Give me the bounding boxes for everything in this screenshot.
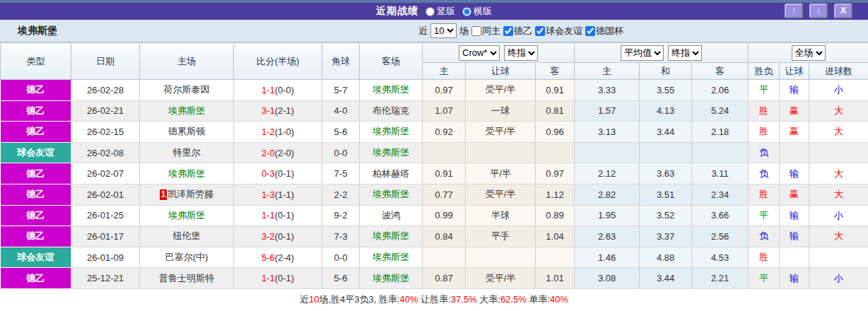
crow-home-odds-cell: 0.87 bbox=[423, 268, 466, 289]
goals-result-cell: 大 bbox=[809, 226, 868, 247]
crow-odds-select[interactable]: Crow* bbox=[459, 45, 500, 61]
filter-same-home-checkbox-input[interactable] bbox=[471, 26, 481, 36]
col-header-date: 日期 bbox=[71, 43, 140, 80]
avg-home-odds-cell: 1.95 bbox=[575, 205, 640, 226]
match-type-badge: 球会友谊 bbox=[1, 142, 71, 163]
filter-league-checkbox[interactable]: 德乙 bbox=[503, 25, 532, 37]
half-time-score: (0-1) bbox=[275, 273, 294, 283]
filter-league-checkbox-input[interactable] bbox=[503, 26, 513, 36]
match-type-badge: 德乙 bbox=[1, 268, 71, 289]
summary-value: 10 bbox=[309, 294, 319, 305]
crow-home-odds-cell: 0.91 bbox=[423, 163, 466, 184]
crow-away-odds-cell bbox=[536, 142, 575, 163]
goals-result-cell: 大 bbox=[809, 184, 868, 205]
crow-away-odds-cell: 1.12 bbox=[536, 184, 575, 205]
half-time-score: (2-0) bbox=[275, 148, 294, 158]
sub-header-crow-handicap: 让球 bbox=[466, 63, 536, 80]
score-cell: 1-2(1-0) bbox=[234, 122, 322, 143]
crow-home-odds-cell bbox=[423, 247, 466, 268]
filter-friendly-label: 球会友谊 bbox=[546, 25, 582, 37]
title-bar: 近期战绩 竖版 横版 ↑ ↓ X bbox=[0, 3, 868, 20]
layout-vertical-label: 竖版 bbox=[437, 5, 455, 18]
away-team-name: 埃弗斯堡 bbox=[373, 273, 409, 283]
half-time-score: (1-1) bbox=[275, 189, 294, 200]
avg-home-odds-cell: 3.33 bbox=[575, 80, 640, 101]
move-down-button[interactable]: ↓ bbox=[809, 4, 828, 18]
home-team-name: 埃弗斯堡 bbox=[168, 168, 205, 179]
goals-result-cell: 小 bbox=[809, 268, 868, 289]
avg-draw-odds-cell bbox=[640, 142, 692, 163]
filter-friendly-checkbox[interactable]: 球会友谊 bbox=[535, 25, 582, 37]
layout-vertical-radio-input[interactable] bbox=[426, 7, 435, 16]
away-team-name: 埃弗斯堡 bbox=[373, 84, 409, 95]
avg-away-odds-cell: 5.24 bbox=[692, 100, 749, 122]
crow-home-odds-cell: 0.77 bbox=[423, 184, 466, 205]
match-count-select[interactable]: 10 bbox=[430, 23, 457, 38]
crow-away-odds-cell: 0.96 bbox=[536, 122, 575, 143]
away-team-name: 柏林赫塔 bbox=[373, 168, 409, 179]
crow-away-odds-cell: 0.97 bbox=[536, 163, 575, 184]
goals-result-cell: 小 bbox=[809, 80, 868, 101]
final-odds-select-2[interactable]: 终指 bbox=[668, 45, 702, 61]
layout-vertical-radio[interactable]: 竖版 bbox=[426, 5, 455, 18]
filter-cup-checkbox[interactable]: 德国杯 bbox=[585, 25, 623, 37]
half-time-score: (0-1) bbox=[275, 231, 294, 242]
avg-draw-odds-cell: 3.63 bbox=[640, 163, 692, 184]
corner-cell: 7-5 bbox=[322, 163, 360, 184]
date-cell: 26-02-15 bbox=[71, 122, 140, 143]
results-tbody: 德乙26-02-28荷尔斯泰因1-1(0-0)5-7埃弗斯堡0.97受平/半0.… bbox=[1, 80, 868, 289]
goals-result-cell: 小 bbox=[809, 205, 868, 226]
layout-horizontal-radio-input[interactable] bbox=[462, 7, 471, 16]
score-cell: 1-1(0-1) bbox=[234, 205, 322, 226]
handicap-result-cell: 输 bbox=[780, 205, 809, 226]
home-team-name: 德累斯顿 bbox=[168, 126, 205, 136]
table-row: 德乙26-02-011凯泽斯劳滕1-3(1-1)2-2埃弗斯堡0.77受平/半1… bbox=[1, 184, 868, 205]
summary-value: 40% bbox=[400, 294, 418, 305]
sub-header-handicap-result: 让球 bbox=[780, 63, 809, 80]
filter-same-home-checkbox[interactable]: 同主 bbox=[471, 25, 500, 37]
full-time-score: 0-3 bbox=[262, 168, 275, 179]
score-cell: 1-1(0-0) bbox=[234, 80, 322, 101]
away-team-cell: 埃弗斯堡 bbox=[360, 122, 423, 143]
summary-bar: 近10场,胜4平3负3, 胜率:40% 让胜率:37.5% 大率:62.5% 单… bbox=[0, 289, 868, 311]
goals-result-cell: 大 bbox=[809, 122, 868, 143]
crow-home-odds-cell bbox=[423, 142, 466, 163]
avg-draw-odds-cell: 3.51 bbox=[640, 184, 692, 205]
away-team-cell: 埃弗斯堡 bbox=[360, 80, 423, 101]
handicap-result-cell: 输 bbox=[780, 226, 809, 247]
match-type-badge: 德乙 bbox=[1, 80, 71, 101]
crow-home-odds-cell: 0.92 bbox=[423, 122, 466, 143]
table-row: 德乙26-02-21埃弗斯堡3-1(2-1)4-0布伦瑞克1.07一球0.811… bbox=[1, 100, 868, 122]
result-cell: 胜 bbox=[749, 247, 780, 268]
full-time-score: 2-0 bbox=[262, 148, 275, 158]
filter-cup-checkbox-input[interactable] bbox=[585, 26, 595, 36]
date-cell: 26-01-09 bbox=[71, 247, 140, 268]
table-row: 球会友谊26-01-09巴塞尔(中)5-6(2-4)0-0埃弗斯堡1.464.8… bbox=[1, 247, 868, 268]
avg-draw-odds-cell: 3.52 bbox=[640, 205, 692, 226]
move-up-button[interactable]: ↑ bbox=[785, 4, 803, 18]
crow-handicap-cell: 受平/半 bbox=[466, 80, 536, 101]
away-team-cell: 埃弗斯堡 bbox=[360, 226, 423, 247]
full-time-score: 1-1 bbox=[262, 210, 275, 221]
full-match-select[interactable]: 全场 bbox=[792, 45, 826, 61]
away-team-cell: 波鸿 bbox=[360, 205, 423, 226]
corner-cell: 0-0 bbox=[322, 142, 360, 163]
crow-away-odds-cell: 0.81 bbox=[536, 100, 575, 122]
crow-away-odds-cell: 0.91 bbox=[536, 80, 575, 101]
layout-horizontal-radio[interactable]: 横版 bbox=[462, 5, 492, 18]
summary-value: 62.5% bbox=[500, 294, 527, 305]
avg-home-odds-cell: 3.08 bbox=[575, 268, 640, 289]
avg-away-odds-cell: 2.56 bbox=[692, 226, 749, 247]
away-team-cell: 埃弗斯堡 bbox=[360, 184, 423, 205]
score-cell: 2-0(2-0) bbox=[234, 142, 322, 163]
date-cell: 26-02-07 bbox=[71, 163, 140, 184]
away-team-cell: 柏林赫塔 bbox=[360, 163, 423, 184]
filter-friendly-checkbox-input[interactable] bbox=[535, 26, 545, 36]
close-button[interactable]: X bbox=[834, 4, 852, 18]
near-label: 近 bbox=[418, 25, 428, 37]
away-team-name: 埃弗斯堡 bbox=[373, 252, 409, 262]
corner-cell: 0-0 bbox=[322, 247, 360, 268]
average-select[interactable]: 平均值 bbox=[621, 45, 664, 61]
final-odds-select-1[interactable]: 终指 bbox=[504, 45, 538, 61]
home-team-name: 巴塞尔(中) bbox=[165, 252, 209, 262]
